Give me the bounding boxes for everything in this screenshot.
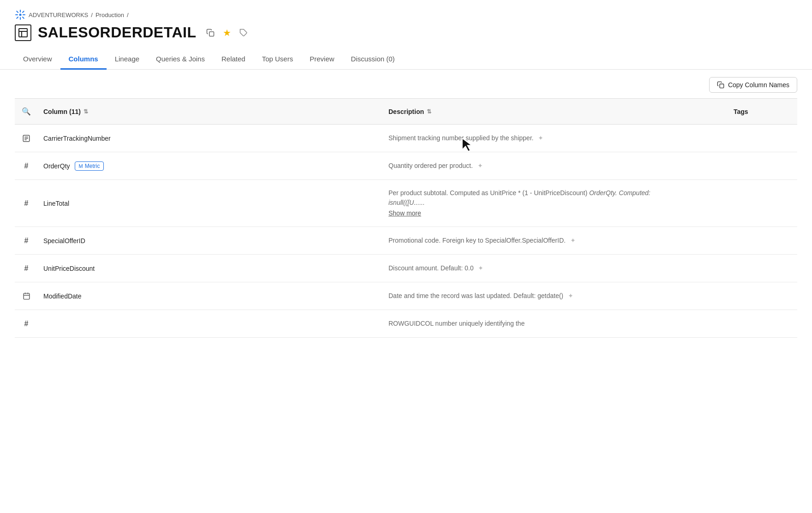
description-text: Discount amount. Default: 0.0 <box>388 264 473 272</box>
tab-preview[interactable]: Preview <box>301 49 342 70</box>
column-type-icon <box>15 289 38 303</box>
column-description: Date and time the record was last update… <box>383 288 728 304</box>
column-type-icon: # <box>15 234 38 248</box>
table-header: 🔍 Column (11) ⇅ Description ⇅ Tags <box>15 98 797 125</box>
column-tags <box>728 238 797 244</box>
breadcrumb-production: Production <box>96 12 124 18</box>
description-text: Per product subtotal. Computed as UnitPr… <box>388 189 651 206</box>
column-name-text: ModifiedDate <box>43 292 82 300</box>
title-actions: ★ <box>204 25 250 40</box>
breadcrumb-sep2: / <box>127 12 129 18</box>
title-row: SALESORDERDETAIL ★ <box>15 24 797 41</box>
tab-queries-joins[interactable]: Queries & Joins <box>148 49 213 70</box>
column-description: Promotional code. Foreign key to Special… <box>383 233 728 248</box>
column-description: ROWGUIDCOL number uniquely identifying t… <box>383 316 728 331</box>
tab-columns[interactable]: Columns <box>60 49 107 70</box>
tab-overview[interactable]: Overview <box>15 49 60 70</box>
column-tags <box>728 266 797 271</box>
column-type-icon: # <box>15 159 38 173</box>
tab-discussion[interactable]: Discussion (0) <box>343 49 403 70</box>
svg-point-0 <box>19 14 22 16</box>
svg-rect-6 <box>720 84 724 88</box>
column-type-icon <box>15 131 38 145</box>
column-description: Per product subtotal. Computed as UnitPr… <box>383 185 728 221</box>
breadcrumb-text: ADVENTUREWORKS <box>29 12 88 18</box>
breadcrumb-sep1: / <box>91 12 93 18</box>
tag-button[interactable] <box>238 27 250 39</box>
tab-related[interactable]: Related <box>213 49 254 70</box>
column-header-label: Column (11) <box>43 108 81 115</box>
table-row: CarrierTrackingNumber Shipment tracking … <box>15 125 797 152</box>
column-name-header[interactable]: Column (11) ⇅ <box>38 104 383 119</box>
column-name-text: SpecialOfferID <box>43 237 85 245</box>
page-title: SALESORDERDETAIL <box>38 24 196 41</box>
show-more-link[interactable]: Show more <box>388 209 722 218</box>
tab-top-users[interactable]: Top Users <box>254 49 302 70</box>
svg-rect-1 <box>19 29 27 37</box>
description-sort-icon: ⇅ <box>427 108 431 115</box>
description-text: Shipment tracking number supplied by the… <box>388 134 533 142</box>
column-type-icon: # <box>15 197 38 210</box>
add-tag-inline[interactable]: ✦ <box>568 292 573 299</box>
column-description: Shipment tracking number supplied by the… <box>383 131 728 146</box>
column-name-text: LineTotal <box>43 200 69 207</box>
metric-label: Metric <box>85 163 100 169</box>
header: ADVENTUREWORKS / Production / SALESORDER… <box>0 0 812 41</box>
copy-column-names-button[interactable]: Copy Column Names <box>709 77 797 93</box>
table-row: # ROWGUIDCOL number uniquely identifying… <box>15 310 797 338</box>
add-tag-inline[interactable]: ✦ <box>478 264 484 272</box>
column-name: LineTotal <box>38 197 383 210</box>
snowflake-icon <box>15 9 26 20</box>
add-tag-inline[interactable]: ✦ <box>478 162 483 169</box>
table-row: # SpecialOfferID Promotional code. Forei… <box>15 227 797 255</box>
tags-header-label: Tags <box>734 108 748 115</box>
column-sort-icon: ⇅ <box>84 108 88 115</box>
copy-button-label: Copy Column Names <box>728 81 789 89</box>
column-name: CarrierTrackingNumber <box>38 132 383 145</box>
description-text: Date and time the record was last update… <box>388 292 563 299</box>
svg-rect-4 <box>209 31 214 36</box>
column-tags <box>728 136 797 141</box>
copy-link-button[interactable] <box>204 27 216 39</box>
copy-icon <box>717 81 724 89</box>
add-tag-inline[interactable]: ✦ <box>538 134 543 142</box>
column-tags <box>728 163 797 169</box>
toolbar: Copy Column Names <box>15 77 797 93</box>
column-type-icon: # <box>15 317 38 331</box>
favorite-button[interactable]: ★ <box>221 25 233 40</box>
description-header[interactable]: Description ⇅ <box>383 104 728 119</box>
search-column-header[interactable]: 🔍 <box>15 103 38 119</box>
description-text: Promotional code. Foreign key to Special… <box>388 237 566 244</box>
column-name-text: OrderQty <box>43 162 70 170</box>
column-type-icon: # <box>15 262 38 275</box>
column-tags <box>728 321 797 327</box>
table-row: # UnitPriceDiscount Discount amount. Def… <box>15 255 797 282</box>
table-row: ModifiedDate Date and time the record wa… <box>15 282 797 310</box>
tabs: Overview Columns Lineage Queries & Joins… <box>0 49 812 70</box>
column-tags <box>728 201 797 206</box>
description-text: Quantity ordered per product. <box>388 162 473 169</box>
metric-badge: M Metric <box>75 161 104 171</box>
metric-icon: M <box>79 163 83 169</box>
add-tag-inline[interactable]: ✦ <box>570 237 576 244</box>
column-name: ModifiedDate <box>38 290 383 303</box>
table-type-icon <box>15 24 31 41</box>
table-row: # OrderQty M Metric Quantity ordered per… <box>15 152 797 180</box>
description-header-label: Description <box>388 108 424 115</box>
description-text: ROWGUIDCOL number uniquely identifying t… <box>388 320 525 327</box>
content-area: Copy Column Names 🔍 Column (11) ⇅ Descri… <box>0 70 812 345</box>
column-name: SpecialOfferID <box>38 234 383 247</box>
search-icon: 🔍 <box>22 107 31 116</box>
column-name: OrderQty M Metric <box>38 159 383 173</box>
column-name-text: UnitPriceDiscount <box>43 265 95 272</box>
column-name-text: CarrierTrackingNumber <box>43 135 111 142</box>
table-row: # LineTotal Per product subtotal. Comput… <box>15 180 797 227</box>
breadcrumb: ADVENTUREWORKS / Production / <box>15 9 797 20</box>
tab-lineage[interactable]: Lineage <box>107 49 148 70</box>
column-name <box>38 321 383 327</box>
column-description: Discount amount. Default: 0.0 ✦ <box>383 261 728 276</box>
svg-rect-11 <box>24 293 30 299</box>
column-name: UnitPriceDiscount <box>38 262 383 275</box>
tags-header: Tags <box>728 104 797 119</box>
column-tags <box>728 293 797 299</box>
